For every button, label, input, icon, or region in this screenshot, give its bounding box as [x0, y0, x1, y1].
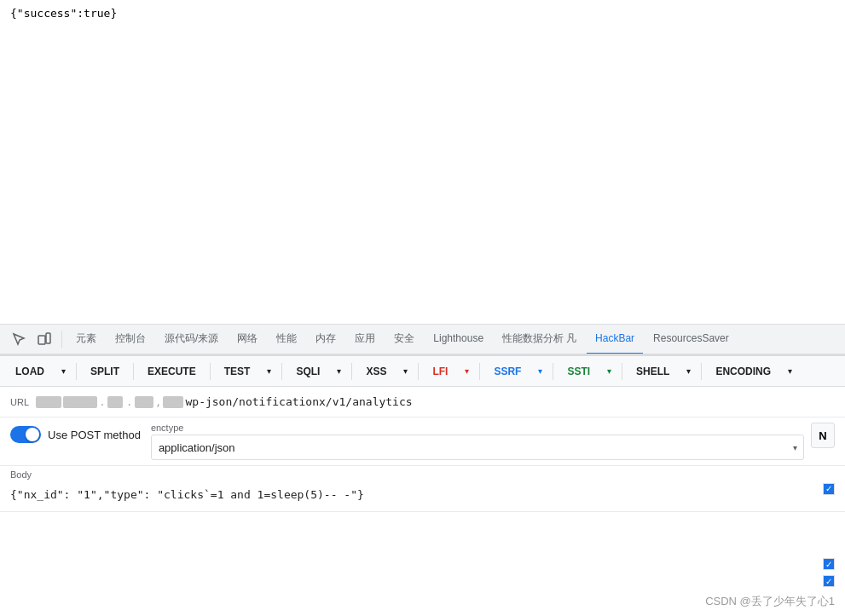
checkbox-1[interactable]: ✓	[823, 558, 835, 570]
div4	[281, 363, 282, 380]
div5	[351, 363, 352, 380]
xss-arrow[interactable]: ▾	[398, 360, 413, 383]
execute-button[interactable]: EXECUTE	[139, 360, 205, 383]
enctype-area: enctype application/json application/x-w…	[151, 423, 835, 460]
devtools-toolbar: 元素 控制台 源代码/来源 网络 性能 内存 应用 安全 Lighthouse …	[0, 324, 845, 354]
div8	[553, 363, 553, 380]
div3	[210, 363, 211, 380]
watermark: CSDN @丢了少年失了心1	[705, 594, 835, 609]
ssti-button[interactable]: SSTI	[559, 360, 599, 383]
tab-console[interactable]: 控制台	[107, 324, 154, 354]
check-item-1: ✓	[823, 558, 835, 570]
div2	[133, 363, 134, 380]
post-toggle[interactable]	[10, 426, 41, 443]
div6	[418, 363, 419, 380]
tab-performance[interactable]: 性能	[268, 324, 305, 354]
tab-elements[interactable]: 元素	[67, 324, 105, 354]
body-check-area: ✓	[823, 483, 835, 495]
inspect-icon[interactable]	[7, 327, 31, 351]
url-label: URL	[10, 397, 36, 407]
div1	[76, 363, 77, 380]
bottom-area: ✓ ✓ CSDN @丢了少年失了心1	[695, 551, 845, 616]
toolbar-separator-1	[61, 331, 62, 348]
ssrf-button[interactable]: SSRF	[485, 360, 530, 383]
enctype-wrapper: enctype application/json application/x-w…	[151, 423, 804, 460]
url-blurred-1	[36, 396, 61, 408]
body-input[interactable]	[10, 482, 809, 506]
ssti-arrow[interactable]: ▾	[602, 360, 616, 383]
tab-perf-insights[interactable]: 性能数据分析 凡	[494, 324, 585, 354]
lfi-arrow[interactable]: ▾	[460, 360, 474, 383]
tab-network[interactable]: 网络	[229, 324, 266, 354]
url-input[interactable]	[185, 392, 835, 412]
shell-button[interactable]: SHELL	[628, 360, 678, 383]
lfi-button[interactable]: LFI	[424, 360, 456, 383]
hackbar-panel: LOAD ▾ SPLIT EXECUTE TEST ▾ SQLI ▾ XSS ▾…	[0, 354, 845, 512]
tab-resources-saver[interactable]: ResourcesSaver	[645, 324, 738, 354]
enctype-select-wrapper: application/json application/x-www-form-…	[151, 435, 804, 460]
checkbox-2[interactable]: ✓	[823, 575, 835, 587]
div9	[622, 363, 622, 380]
split-button[interactable]: SPLIT	[82, 360, 128, 383]
encoding-arrow[interactable]: ▾	[783, 360, 797, 383]
url-separator-dot: .	[99, 395, 106, 408]
sqli-button[interactable]: SQLI	[287, 360, 328, 383]
use-post-label: Use POST method	[48, 429, 141, 441]
enctype-label: enctype	[151, 423, 804, 433]
tab-lighthouse[interactable]: Lighthouse	[425, 324, 492, 354]
div7	[479, 363, 480, 380]
n-button[interactable]: N	[811, 423, 835, 448]
url-blurred-4	[135, 396, 153, 408]
tab-security[interactable]: 安全	[385, 324, 423, 354]
shell-arrow[interactable]: ▾	[681, 360, 696, 383]
url-separator-dot2: .	[126, 395, 133, 408]
div10	[701, 363, 702, 380]
tab-memory[interactable]: 内存	[307, 324, 344, 354]
url-separator-comma: ,	[155, 395, 162, 408]
response-area: {"success":true}	[0, 0, 845, 324]
url-row: URL . . ,	[0, 387, 845, 417]
encoding-button[interactable]: ENCODING	[707, 360, 779, 383]
xss-button[interactable]: XSS	[357, 360, 395, 383]
sqli-arrow[interactable]: ▾	[332, 360, 346, 383]
check-item-2: ✓	[823, 575, 835, 587]
tab-application[interactable]: 应用	[346, 324, 384, 354]
response-text: {"success":true}	[10, 7, 117, 20]
load-button[interactable]: LOAD	[7, 360, 53, 383]
test-arrow[interactable]: ▾	[262, 360, 276, 383]
url-display: . . ,	[36, 392, 835, 412]
test-button[interactable]: TEST	[216, 360, 259, 383]
toggle-thumb	[26, 428, 39, 441]
load-arrow[interactable]: ▾	[56, 360, 71, 383]
tab-source[interactable]: 源代码/来源	[156, 324, 227, 354]
body-label: Body	[10, 469, 835, 480]
body-checkbox[interactable]: ✓	[823, 483, 835, 495]
enctype-select[interactable]: application/json application/x-www-form-…	[151, 435, 804, 460]
device-toolbar-icon[interactable]	[32, 327, 56, 351]
url-blurred-2	[63, 396, 97, 408]
body-row: Body ✓	[0, 466, 845, 512]
svg-rect-1	[46, 333, 50, 343]
svg-rect-0	[38, 336, 45, 344]
checkbox-area: ✓ ✓	[823, 558, 835, 587]
hackbar-action-toolbar: LOAD ▾ SPLIT EXECUTE TEST ▾ SQLI ▾ XSS ▾…	[0, 356, 845, 387]
url-blurred-3	[107, 396, 123, 408]
tab-hackbar[interactable]: HackBar	[587, 324, 643, 354]
post-toggle-area: Use POST method	[10, 423, 141, 443]
url-blurred-5	[163, 396, 183, 408]
ssrf-arrow[interactable]: ▾	[533, 360, 547, 383]
post-enctype-row: Use POST method enctype application/json…	[0, 417, 845, 466]
